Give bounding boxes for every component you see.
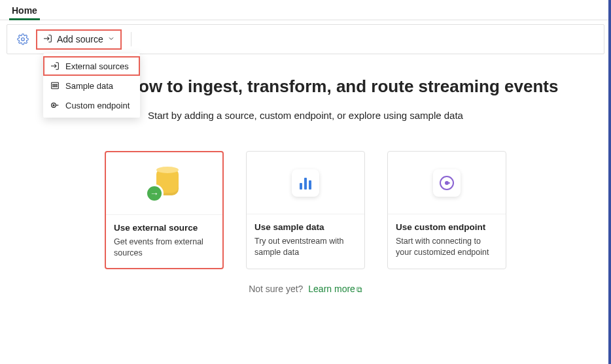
card-title: Use sample data [254, 222, 357, 232]
add-source-dropdown: External sources Sample data Custom endp… [43, 54, 140, 118]
dropdown-item-external-sources[interactable]: External sources [43, 56, 140, 76]
chevron-down-icon [107, 34, 115, 44]
bar-chart-icon [292, 169, 319, 197]
svg-point-0 [22, 38, 25, 41]
dropdown-item-custom-endpoint[interactable]: Custom endpoint [43, 95, 140, 115]
card-desc: Start with connecting to your customized… [396, 236, 498, 258]
dropdown-item-sample-data[interactable]: Sample data [43, 76, 140, 95]
endpoint-icon [433, 169, 461, 197]
card-desc: Try out eventstream with sample data [254, 236, 357, 258]
tab-home[interactable]: Home [9, 0, 40, 20]
card-title: Use custom endpoint [396, 222, 498, 232]
settings-icon[interactable] [16, 33, 29, 46]
add-source-button[interactable]: Add source [36, 29, 122, 50]
card-use-external-source[interactable]: → Use external source Get events from ex… [105, 151, 224, 269]
toolbar: Add source [7, 24, 604, 54]
add-source-enter-icon [43, 33, 53, 46]
card-desc: Get events from external sources [114, 237, 215, 259]
dropdown-label: Custom endpoint [65, 101, 130, 110]
external-link-icon: ⧉ [357, 285, 362, 294]
card-title: Use external source [114, 223, 215, 233]
dropdown-label: Sample data [65, 81, 113, 91]
card-icon-area: → [106, 152, 222, 215]
right-accent-bar [608, 0, 611, 364]
sample-data-icon [50, 80, 60, 91]
svg-point-2 [53, 84, 54, 85]
cards-row: → Use external source Get events from ex… [13, 151, 598, 269]
svg-point-6 [54, 86, 55, 87]
card-icon-area [247, 152, 364, 214]
svg-point-3 [54, 84, 55, 85]
tabs-bar: Home [0, 0, 611, 20]
custom-endpoint-icon [50, 100, 60, 110]
footer-hint: Not sure yet? Learn more⧉ [13, 284, 598, 294]
svg-point-9 [53, 105, 54, 106]
external-sources-icon [50, 61, 60, 71]
card-use-sample-data[interactable]: Use sample data Try out eventstream with… [246, 151, 365, 269]
toolbar-separator [131, 32, 131, 46]
add-source-label: Add source [57, 34, 103, 44]
dropdown-label: External sources [65, 61, 129, 71]
svg-point-7 [56, 86, 57, 87]
card-use-custom-endpoint[interactable]: Use custom endpoint Start with connectin… [387, 151, 506, 269]
database-icon: → [147, 167, 181, 201]
svg-point-5 [53, 86, 54, 87]
svg-point-4 [56, 84, 57, 85]
card-icon-area [388, 152, 506, 214]
go-arrow-badge-icon: → [147, 186, 162, 201]
svg-rect-1 [52, 82, 59, 88]
not-sure-text: Not sure yet? [249, 284, 303, 294]
learn-more-link[interactable]: Learn more⧉ [308, 284, 362, 294]
